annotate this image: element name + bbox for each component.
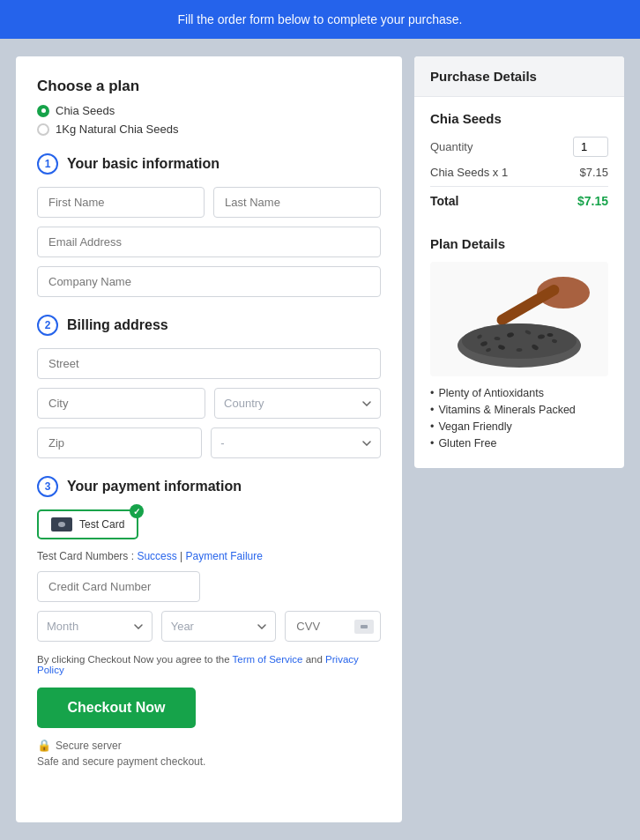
year-select[interactable]: Year	[161, 611, 277, 642]
plan-option-chia-seeds[interactable]: Chia Seeds	[37, 104, 381, 117]
step-3-number: 3	[37, 476, 58, 497]
plan-option-1kg[interactable]: 1Kg Natural Chia Seeds	[37, 123, 381, 136]
total-row: Total $7.15	[430, 194, 608, 208]
feature-item-1: Vitamins & Minerals Packed	[430, 404, 608, 416]
purchase-details-body: Chia Seeds Quantity Chia Seeds x 1 $7.15…	[414, 97, 624, 222]
company-input[interactable]	[37, 266, 381, 297]
card-icon	[51, 517, 72, 532]
billing-title: Billing address	[67, 317, 168, 333]
features-list: Plenty of AntioxidantsVitamins & Mineral…	[430, 387, 608, 450]
choose-plan-title: Choose a plan	[37, 78, 381, 95]
email-input[interactable]	[37, 227, 381, 257]
success-link[interactable]: Success	[137, 550, 176, 562]
step-1-number: 1	[37, 153, 58, 175]
test-card-numbers-row: Test Card Numbers : Success | Payment Fa…	[37, 550, 381, 562]
chia-image	[430, 262, 608, 376]
test-card-check-icon	[130, 504, 144, 518]
city-country-row: Country	[37, 388, 381, 419]
cvv-wrap	[285, 611, 381, 642]
total-price: $7.15	[577, 194, 608, 208]
terms-text: By clicking Checkout Now you agree to th…	[37, 654, 381, 675]
main-content: Choose a plan Chia Seeds 1Kg Natural Chi…	[0, 39, 640, 840]
secure-label: Secure server	[56, 740, 122, 752]
banner-text: Fill the order form below to complete yo…	[178, 12, 463, 26]
state-select[interactable]: -	[211, 427, 381, 458]
purchase-details-header: Purchase Details	[414, 56, 624, 97]
plan-chia-seeds-label: Chia Seeds	[56, 104, 115, 117]
plan-details-section: Plan Details	[414, 222, 624, 468]
feature-item-0: Plenty of Antioxidants	[430, 387, 608, 399]
street-input[interactable]	[37, 348, 381, 379]
page-wrapper: Fill the order form below to complete yo…	[0, 0, 640, 840]
top-banner: Fill the order form below to complete yo…	[0, 0, 640, 39]
zip-state-row: -	[37, 427, 381, 458]
first-name-input[interactable]	[37, 187, 205, 218]
lock-icon: 🔒	[37, 739, 51, 752]
last-name-input[interactable]	[213, 187, 381, 218]
line-item-row: Chia Seeds x 1 $7.15	[430, 166, 608, 187]
radio-chia-seeds[interactable]	[37, 105, 49, 117]
street-row	[37, 348, 381, 379]
terms-prefix: By clicking Checkout Now you agree to th…	[37, 654, 233, 665]
city-input[interactable]	[37, 388, 205, 419]
terms-of-service-link[interactable]: Term of Service	[233, 654, 303, 665]
feature-item-2: Vegan Friendly	[430, 420, 608, 433]
basic-info-title: Your basic information	[67, 156, 220, 172]
month-select[interactable]: Month	[37, 611, 153, 642]
test-card-label: Test Card	[79, 518, 124, 531]
country-select[interactable]: Country	[214, 388, 381, 419]
quantity-row: Quantity	[430, 137, 608, 157]
line-item-label: Chia Seeds x 1	[430, 166, 508, 179]
svg-point-3	[462, 323, 577, 359]
secure-row: 🔒 Secure server	[37, 739, 381, 752]
plan-1kg-label: 1Kg Natural Chia Seeds	[56, 123, 178, 136]
cvv-card-icon	[354, 620, 374, 634]
email-row	[37, 227, 381, 257]
payment-failure-link[interactable]: Payment Failure	[186, 550, 263, 562]
terms-and: and	[303, 654, 326, 665]
checkout-button[interactable]: Checkout Now	[37, 688, 196, 728]
total-label: Total	[430, 194, 458, 208]
radio-1kg[interactable]	[37, 123, 49, 136]
payment-title: Your payment information	[67, 479, 242, 494]
safe-text: Safe and secure payment checkout.	[37, 755, 381, 768]
name-row	[37, 187, 381, 218]
quantity-label: Quantity	[430, 140, 473, 153]
quantity-input[interactable]	[573, 137, 608, 157]
choose-plan-section: Choose a plan Chia Seeds 1Kg Natural Chi…	[37, 78, 381, 136]
right-panel: Purchase Details Chia Seeds Quantity Chi…	[414, 56, 624, 468]
cc-number-input[interactable]	[37, 571, 200, 602]
plan-details-title: Plan Details	[430, 236, 608, 251]
cc-row	[37, 571, 381, 602]
company-row	[37, 266, 381, 297]
cvv-row: Month Year	[37, 611, 381, 642]
zip-input[interactable]	[37, 427, 202, 458]
test-card-numbers-label: Test Card Numbers :	[37, 550, 134, 562]
test-card-button[interactable]: Test Card	[37, 509, 138, 539]
product-name: Chia Seeds	[430, 111, 608, 126]
billing-header: 2 Billing address	[37, 315, 381, 336]
payment-header: 3 Your payment information	[37, 476, 381, 497]
step-2-number: 2	[37, 315, 58, 336]
basic-info-header: 1 Your basic information	[37, 153, 381, 175]
feature-item-3: Gluten Free	[430, 437, 608, 450]
line-item-price: $7.15	[579, 166, 608, 179]
left-panel: Choose a plan Chia Seeds 1Kg Natural Chi…	[16, 56, 402, 822]
